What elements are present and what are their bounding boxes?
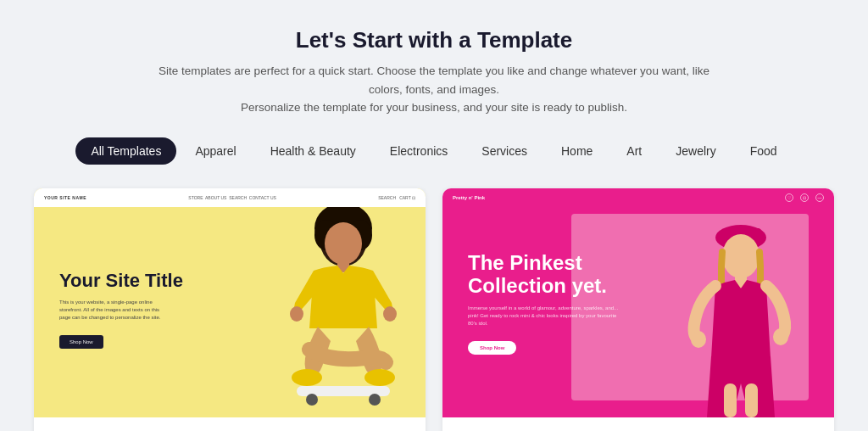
wanderer-cta-button[interactable]: Shop Now — [59, 335, 103, 349]
page-subtitle: Site templates are perfect for a quick s… — [146, 62, 722, 117]
wanderer-content: Your Site Title This is your website, a … — [34, 240, 256, 366]
svg-point-9 — [364, 369, 395, 386]
pretty-pink-template-info: Pretty n' Pink Apparel · Vivid · Trendy — [442, 417, 834, 431]
wanderer-hero-title: Your Site Title — [59, 270, 231, 292]
wanderer-nav-actions: SEARCH CART ⊡ — [378, 195, 415, 200]
tab-services[interactable]: Services — [466, 137, 542, 165]
wanderer-site-name: YOUR SITE NAME — [44, 195, 86, 200]
pink-preview-bg: Pretty n' Pink ♡ ⊡ — The Pinkest Collect… — [442, 188, 834, 417]
wanderer-nav-menu: STORE ABOUT US SEARCH CONTACT US — [188, 195, 276, 200]
pink-logo: Pretty n' Pink — [453, 195, 485, 200]
templates-grid: YOUR SITE NAME STORE ABOUT US SEARCH CON… — [34, 188, 834, 431]
filter-tabs: All Templates Apparel Health & Beauty El… — [34, 137, 834, 165]
pink-hero-title: The Pinkest Collection yet. — [468, 251, 620, 298]
tab-food[interactable]: Food — [735, 137, 793, 165]
svg-rect-20 — [745, 383, 758, 417]
svg-point-4 — [325, 222, 362, 265]
page-title: Let's Start with a Template — [34, 27, 834, 53]
wanderer-person-image — [256, 188, 426, 417]
wanderer-person-svg — [263, 193, 420, 417]
svg-point-7 — [383, 306, 397, 322]
tab-apparel[interactable]: Apparel — [180, 137, 251, 165]
tab-health-beauty[interactable]: Health & Beauty — [255, 137, 371, 165]
tab-home[interactable]: Home — [546, 137, 608, 165]
wanderer-hero-text: This is your website, a single-page onli… — [59, 299, 170, 322]
template-card-wanderer[interactable]: YOUR SITE NAME STORE ABOUT US SEARCH CON… — [34, 188, 426, 431]
svg-point-11 — [306, 394, 318, 406]
svg-point-8 — [292, 369, 322, 386]
template-preview-pretty-pink: Pretty n' Pink ♡ ⊡ — The Pinkest Collect… — [442, 188, 834, 417]
svg-point-17 — [691, 331, 706, 348]
pink-hero-text: Immerse yourself in a world of glamour, … — [468, 305, 620, 327]
pink-person-image — [648, 214, 817, 417]
pink-nav-icons: ♡ ⊡ — — [785, 193, 824, 202]
page-wrapper: Let's Start with a Template Site templat… — [0, 0, 868, 431]
svg-point-14 — [754, 228, 762, 237]
pink-nav: Pretty n' Pink ♡ ⊡ — — [442, 188, 834, 207]
header-section: Let's Start with a Template Site templat… — [34, 27, 834, 117]
pink-person-svg — [648, 214, 817, 417]
pink-content: The Pinkest Collection yet. Immerse your… — [468, 251, 620, 355]
template-preview-wanderer: YOUR SITE NAME STORE ABOUT US SEARCH CON… — [34, 188, 426, 417]
tab-all-templates[interactable]: All Templates — [75, 137, 176, 165]
svg-point-6 — [290, 306, 303, 322]
pink-nav-icon-2: ⊡ — [800, 193, 809, 202]
wanderer-preview-bg: YOUR SITE NAME STORE ABOUT US SEARCH CON… — [34, 188, 426, 417]
pink-cta-button[interactable]: Shop Now — [468, 341, 516, 355]
tab-electronics[interactable]: Electronics — [375, 137, 463, 165]
pink-nav-icon-1: ♡ — [785, 193, 793, 202]
template-card-pretty-pink[interactable]: Pretty n' Pink ♡ ⊡ — The Pinkest Collect… — [442, 188, 834, 431]
tab-jewelry[interactable]: Jewelry — [660, 137, 731, 165]
svg-point-15 — [722, 234, 760, 278]
svg-point-12 — [369, 394, 381, 406]
wanderer-template-info: Wanderer Teen Fashion · Vivid · Simple — [34, 417, 426, 431]
pink-nav-icon-3: — — [815, 193, 824, 202]
tab-art[interactable]: Art — [611, 137, 657, 165]
svg-point-18 — [773, 328, 788, 345]
wanderer-nav: YOUR SITE NAME STORE ABOUT US SEARCH CON… — [34, 188, 426, 207]
svg-rect-19 — [724, 383, 737, 417]
